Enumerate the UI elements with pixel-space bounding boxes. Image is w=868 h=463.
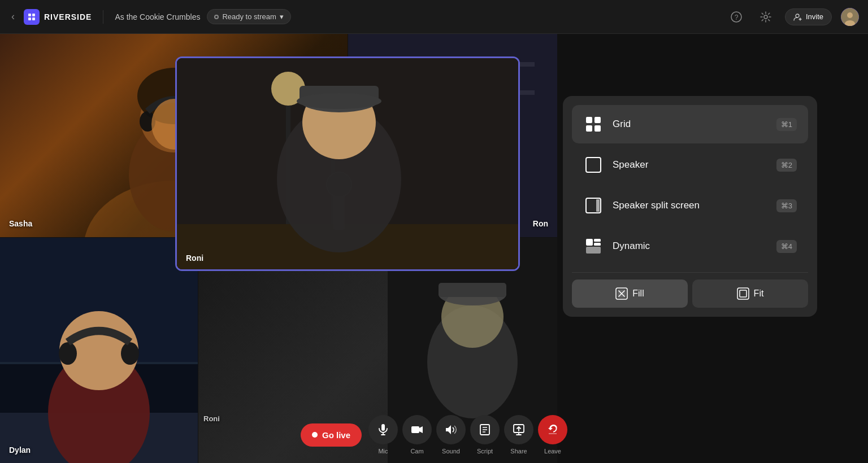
- mic-button[interactable]: Mic: [368, 415, 398, 455]
- cam-button[interactable]: Cam: [402, 415, 432, 455]
- script-label: Script: [477, 448, 493, 455]
- leave-label: Leave: [544, 448, 561, 455]
- grid-layout-name: Grid: [613, 119, 776, 130]
- speaker-split-icon: [583, 195, 604, 216]
- header: ‹ RIVERSIDE As the Cookie Crumbles Ready…: [0, 0, 868, 34]
- svg-rect-69: [740, 290, 747, 297]
- speaker-layout-icon: [583, 155, 604, 175]
- avatar[interactable]: [841, 8, 859, 26]
- layout-option-dynamic[interactable]: Dynamic ⌘4: [572, 227, 808, 265]
- fill-fit-row: Fill Fit: [572, 279, 808, 308]
- speaker-shortcut: ⌘2: [776, 159, 797, 172]
- layout-option-speaker[interactable]: Speaker ⌘2: [572, 146, 808, 184]
- svg-rect-68: [737, 288, 749, 299]
- layout-option-speaker-split[interactable]: Speaker split screen ⌘3: [572, 186, 808, 225]
- fit-label: Fit: [754, 289, 764, 299]
- fill-label: Fill: [632, 289, 644, 299]
- grid-layout-icon: [583, 114, 604, 134]
- svg-rect-1: [32, 14, 35, 16]
- svg-rect-40: [439, 283, 506, 297]
- svg-point-34: [59, 342, 77, 365]
- svg-rect-64: [594, 243, 601, 246]
- invite-label: Invite: [806, 12, 823, 21]
- svg-rect-57: [586, 125, 592, 132]
- settings-button[interactable]: [756, 7, 776, 27]
- svg-marker-74: [446, 425, 451, 434]
- mic-label: Mic: [378, 448, 388, 455]
- back-button[interactable]: ‹: [9, 8, 17, 25]
- invite-button[interactable]: Invite: [785, 8, 832, 25]
- go-live-button[interactable]: Go live: [301, 423, 362, 447]
- sound-label: Sound: [442, 448, 460, 455]
- svg-rect-56: [594, 117, 601, 123]
- logo: RIVERSIDE: [24, 9, 92, 25]
- toolbar: Go live Mic Cam: [0, 407, 868, 463]
- stream-status-label: Ready to stream: [222, 12, 276, 21]
- layout-divider: [572, 272, 808, 273]
- svg-rect-63: [594, 239, 601, 242]
- header-right: ? Invite: [726, 7, 859, 27]
- speaker-split-layout-name: Speaker split screen: [613, 200, 776, 211]
- svg-point-9: [847, 12, 853, 18]
- script-button[interactable]: Script: [470, 415, 500, 455]
- speaker-split-shortcut: ⌘3: [776, 199, 797, 212]
- header-left: ‹ RIVERSIDE As the Cookie Crumbles Ready…: [9, 8, 291, 25]
- svg-point-7: [796, 14, 799, 18]
- svg-rect-61: [596, 199, 600, 212]
- svg-rect-65: [586, 247, 601, 254]
- help-button[interactable]: ?: [726, 7, 747, 27]
- svg-rect-73: [411, 426, 419, 433]
- participant-name-sasha: Sasha: [9, 219, 32, 228]
- svg-point-54: [297, 93, 381, 109]
- svg-rect-0: [28, 14, 31, 16]
- svg-rect-58: [594, 125, 601, 132]
- stream-dot: [214, 15, 219, 19]
- fill-button[interactable]: Fill: [572, 279, 688, 308]
- header-divider: [103, 10, 103, 24]
- speaker-layout-name: Speaker: [613, 159, 776, 171]
- stream-status-button[interactable]: Ready to stream ▾: [207, 9, 290, 24]
- svg-rect-3: [32, 18, 35, 20]
- floating-participant-name: Roni: [186, 254, 203, 263]
- svg-point-35: [121, 342, 139, 365]
- share-label: Share: [510, 448, 527, 455]
- cam-label: Cam: [410, 448, 423, 455]
- layout-menu: Grid ⌘1 Speaker ⌘2 Speaker split screen …: [563, 96, 817, 317]
- svg-rect-59: [586, 158, 601, 172]
- svg-rect-70: [381, 424, 385, 431]
- svg-rect-2: [28, 18, 31, 20]
- logo-icon: [24, 9, 40, 25]
- dynamic-shortcut: ⌘4: [776, 240, 797, 253]
- floating-video-roni[interactable]: Roni: [175, 56, 520, 271]
- fit-button[interactable]: Fit: [692, 279, 808, 308]
- svg-point-6: [764, 15, 767, 19]
- go-live-label: Go live: [322, 430, 350, 440]
- svg-rect-55: [586, 117, 592, 123]
- sound-button[interactable]: Sound: [436, 415, 466, 455]
- svg-rect-67: [618, 290, 626, 298]
- layout-option-grid[interactable]: Grid ⌘1: [572, 105, 808, 143]
- session-title: As the Cookie Crumbles: [115, 12, 200, 21]
- chevron-down-icon: ▾: [280, 12, 284, 21]
- participant-name-ron: Ron: [533, 219, 548, 228]
- leave-button[interactable]: Leave: [538, 415, 567, 455]
- logo-text: RIVERSIDE: [44, 12, 92, 21]
- svg-text:?: ?: [735, 14, 739, 21]
- go-live-dot: [312, 432, 318, 438]
- svg-rect-62: [586, 239, 593, 246]
- dynamic-layout-icon: [583, 236, 604, 256]
- share-button[interactable]: Share: [504, 415, 533, 455]
- dynamic-layout-name: Dynamic: [613, 241, 776, 252]
- grid-shortcut: ⌘1: [776, 118, 797, 131]
